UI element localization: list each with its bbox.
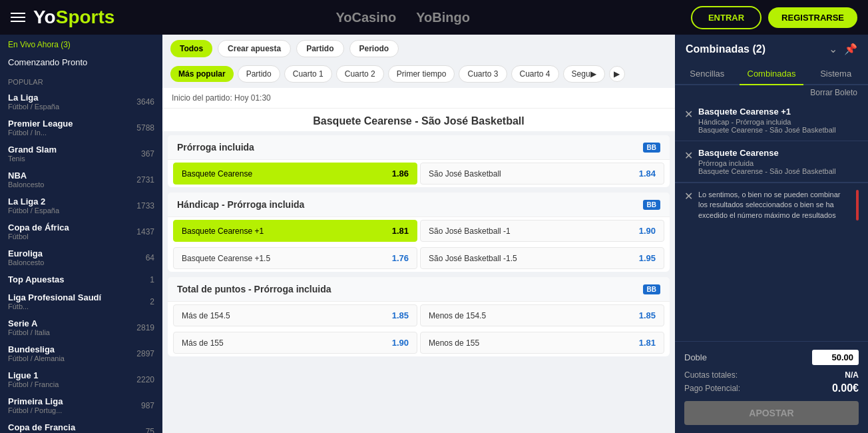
- bet-odds-2-1-0: 1.90: [392, 338, 409, 348]
- sidebar-live[interactable]: En Vivo Ahora (3): [0, 35, 162, 55]
- bet-odds-1-0-1: 1.90: [639, 226, 656, 236]
- bet-team-2-1-1: Menos de 155: [429, 338, 479, 348]
- sidebar-item-1[interactable]: Premier League Fútbol / In... 5788: [0, 115, 162, 141]
- match-title: Basquete Cearense - São José Basketball: [162, 109, 675, 131]
- filter-sub-0[interactable]: Más popular: [170, 66, 234, 82]
- filter-sub-7[interactable]: Segu▶: [563, 65, 605, 83]
- betslip-match-1: Basquete Cearense - São José Basketball: [698, 167, 859, 175]
- bet-team-2-0-0: Más de 154.5: [182, 311, 230, 320]
- filter-sub-3[interactable]: Cuarto 2: [336, 65, 384, 83]
- sidebar-item-3[interactable]: NBA Baloncesto 2731: [0, 167, 162, 193]
- sidebar-item-7[interactable]: Top Apuestas 1: [0, 270, 162, 288]
- sidebar-item-13[interactable]: Copa de Francia Fútbol / Fran... 75: [0, 418, 162, 433]
- filter-top-todos[interactable]: Todos: [170, 40, 212, 57]
- sidebar-item-0[interactable]: La Liga Fútbol / España 3646: [0, 89, 162, 115]
- bet-team-2-0-1: Menos de 154.5: [429, 311, 486, 320]
- sidebar-item-count-9: 2819: [136, 323, 154, 332]
- filter-sub-2[interactable]: Cuarto 1: [284, 65, 332, 83]
- bet-option-1-0-0[interactable]: Basquete Cearense +1 1.81: [173, 220, 417, 242]
- sidebar-item-left-4: La Liga 2 Fútbol / España: [8, 197, 59, 215]
- filter-scroll-right[interactable]: ▶: [609, 66, 625, 82]
- bet-team-1-1-1: São José Basketball -1.5: [429, 254, 517, 263]
- filter-sub-5[interactable]: Cuarto 3: [459, 65, 507, 83]
- betslip-match-0: Basquete Cearense - São José Basketball: [698, 126, 859, 134]
- betslip-tab-sencillas[interactable]: Sencillas: [675, 63, 740, 84]
- bet-option-2-1-0[interactable]: Más de 155 1.90: [173, 332, 417, 354]
- sidebar-item-12[interactable]: Primeira Liga Fútbol / Portug... 987: [0, 392, 162, 418]
- betslip-chevron-icon[interactable]: ⌄: [829, 43, 837, 55]
- bet-section-1: Hándicap - Prórroga incluida BB Basquete…: [168, 193, 670, 272]
- sidebar-item-8[interactable]: Liga Profesional Saudí Fútb... 2: [0, 288, 162, 314]
- bet-option-2-0-0[interactable]: Más de 154.5 1.85: [173, 304, 417, 326]
- filter-top-periodo[interactable]: Periodo: [349, 40, 399, 57]
- brand-casino[interactable]: YoCasino: [335, 10, 396, 25]
- sidebar-item-count-1: 5788: [136, 123, 154, 133]
- filter-top-partido[interactable]: Partido: [296, 40, 343, 57]
- bet-row-0-0: Basquete Cearense 1.86 São José Basketba…: [168, 160, 670, 187]
- bet-option-0-0-0[interactable]: Basquete Cearense 1.86: [173, 163, 417, 185]
- sidebar-item-count-2: 367: [141, 149, 154, 159]
- sidebar-soon[interactable]: Comenzando Pronto: [0, 55, 162, 73]
- bet-option-1-1-0[interactable]: Basquete Cearense +1.5 1.76: [173, 247, 417, 269]
- sidebar-item-10[interactable]: Bundesliga Fútbol / Alemania 2897: [0, 340, 162, 366]
- bet-option-2-1-1[interactable]: Menos de 155 1.81: [420, 332, 664, 354]
- bet-odds-2-0-0: 1.85: [392, 310, 409, 320]
- hamburger-menu[interactable]: [11, 13, 25, 22]
- bet-option-0-0-1[interactable]: São José Basketball 1.84: [420, 163, 664, 185]
- sidebar-item-left-1: Premier League Fútbol / In...: [8, 119, 73, 137]
- betslip-remove-1[interactable]: ✕: [684, 149, 693, 162]
- filter-bar-top: TodosCrear apuestaPartidoPeriodo: [162, 35, 675, 63]
- sidebar-item-left-0: La Liga Fútbol / España: [8, 93, 59, 111]
- site-logo: YoSports: [33, 7, 114, 28]
- betslip-stake-input[interactable]: [812, 350, 859, 365]
- bet-option-2-0-1[interactable]: Menos de 154.5 1.85: [420, 304, 664, 326]
- bet-option-1-0-1[interactable]: São José Basketball -1 1.90: [420, 220, 664, 242]
- sidebar-item-name-7: Top Apuestas: [8, 274, 65, 284]
- filter-sub-6[interactable]: Cuarto 4: [511, 65, 559, 83]
- bet-section-header-2: Total de puntos - Prórroga incluida BB: [168, 277, 670, 302]
- apostar-button: APOSTAR: [684, 401, 859, 425]
- betslip-stake-label: Doble: [684, 352, 707, 362]
- sidebar-item-left-13: Copa de Francia Fútbol / Fran...: [8, 422, 75, 433]
- betslip-remove-0[interactable]: ✕: [684, 108, 693, 121]
- bet-odds-1-1-0: 1.76: [392, 253, 409, 263]
- sidebar-item-count-5: 1437: [136, 227, 154, 236]
- sidebar-item-5[interactable]: Copa de África Fútbol 1437: [0, 218, 162, 244]
- filter-sub-4[interactable]: Primer tiempo: [388, 65, 455, 83]
- bet-section-2: Total de puntos - Prórroga incluida BB M…: [168, 277, 670, 356]
- betslip-item-0: ✕ Basquete Cearense +1 Hándicap - Prórro…: [675, 100, 868, 141]
- betslip-pin-icon[interactable]: 📌: [844, 43, 857, 55]
- sidebar-items-container: La Liga Fútbol / España 3646 Premier Lea…: [0, 89, 162, 433]
- sidebar-item-11[interactable]: Ligue 1 Fútbol / Francia 2220: [0, 366, 162, 392]
- betslip-selection-1: Basquete Cearense: [698, 148, 859, 158]
- bet-section-title-2: Total de puntos - Prórroga incluida: [177, 284, 331, 294]
- sidebar-item-6[interactable]: Euroliga Baloncesto 64: [0, 244, 162, 270]
- entrar-button[interactable]: ENTRAR: [691, 6, 761, 29]
- sidebar-item-2[interactable]: Grand Slam Tenis 367: [0, 141, 162, 167]
- sidebar-item-left-5: Copa de África Fútbol: [8, 222, 69, 240]
- brand-bingo[interactable]: YoBingo: [416, 10, 470, 25]
- betslip-stake-row: Doble: [684, 350, 859, 365]
- betslip-controls: ⌄ 📌: [829, 43, 857, 55]
- registrarse-button[interactable]: REGISTRARSE: [768, 7, 857, 28]
- sidebar-item-9[interactable]: Serie A Fútbol / Italia 2819: [0, 314, 162, 340]
- bet-section-header-0: Prórroga incluida BB: [168, 135, 670, 160]
- betslip-tab-sistema[interactable]: Sistema: [803, 63, 868, 84]
- bet-team-0-0-1: São José Basketball: [429, 169, 501, 179]
- betslip-clear[interactable]: Borrar Boleto: [675, 85, 868, 100]
- filter-sub-1[interactable]: Partido: [238, 65, 280, 83]
- sidebar-item-sub-1: Fútbol / In...: [8, 129, 73, 137]
- betslip-tab-combinadas[interactable]: Combinadas: [740, 63, 804, 85]
- betslip-error: ✕ Lo sentimos, o bien no se pueden combi…: [675, 183, 868, 227]
- bb-badge-1: BB: [643, 200, 660, 210]
- bb-badge-0: BB: [643, 143, 660, 153]
- sidebar-item-name-12: Primeira Liga: [8, 396, 63, 406]
- bet-option-1-1-1[interactable]: São José Basketball -1.5 1.95: [420, 247, 664, 269]
- betslip-error-close[interactable]: ✕: [684, 190, 693, 203]
- betslip-pago-label: Pago Potencial:: [684, 384, 740, 393]
- sidebar-item-4[interactable]: La Liga 2 Fútbol / España 1733: [0, 193, 162, 218]
- sidebar-item-sub-4: Fútbol / España: [8, 207, 59, 215]
- bet-row-2-0: Más de 154.5 1.85 Menos de 154.5 1.85: [168, 302, 670, 329]
- filter-top-crear-apuesta[interactable]: Crear apuesta: [218, 40, 291, 57]
- sidebar-item-count-6: 64: [146, 253, 154, 262]
